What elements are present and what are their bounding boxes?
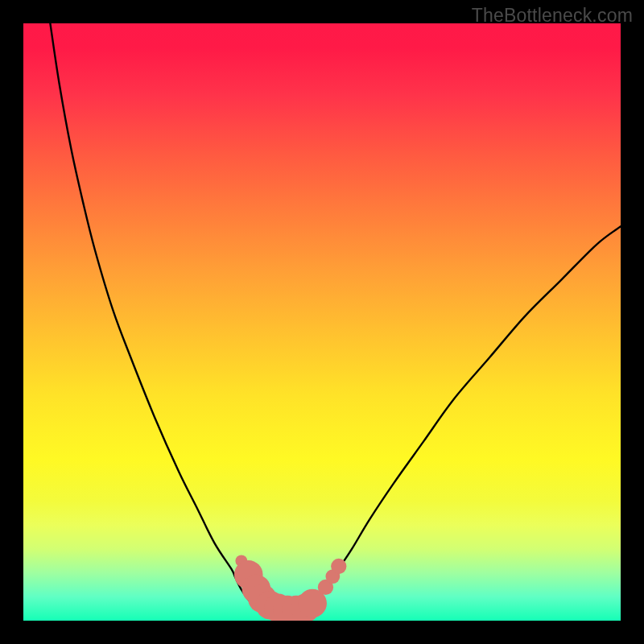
curve-path	[50, 23, 621, 613]
curve-layer	[23, 23, 621, 621]
valley-markers	[234, 555, 347, 621]
bottleneck-curve	[50, 23, 621, 613]
valley-marker	[331, 559, 346, 574]
watermark-text: TheBottleneck.com	[472, 5, 633, 27]
bottleneck-chart	[23, 23, 621, 621]
